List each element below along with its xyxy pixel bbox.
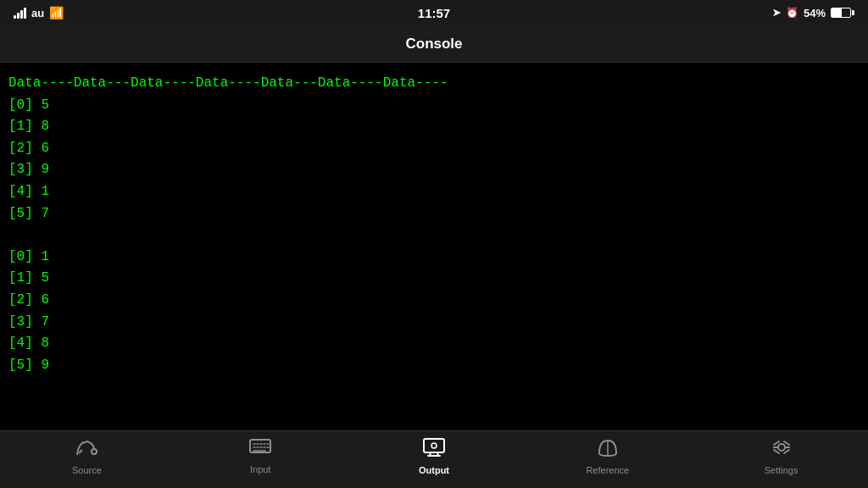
- console-line: [4] 1: [8, 181, 860, 203]
- reference-tab-label: Reference: [586, 465, 629, 475]
- svg-point-3: [431, 443, 437, 448]
- signal-bars-icon: [14, 7, 26, 19]
- console-line: [0] 5: [8, 95, 860, 117]
- console-line: [4] 8: [8, 333, 860, 355]
- output-icon: [423, 438, 445, 462]
- status-right: ➤ ⏰ 54%: [772, 7, 854, 19]
- title-bar: Console: [0, 25, 868, 63]
- console-line: [8, 225, 860, 247]
- console-line: [1] 5: [8, 268, 860, 290]
- alarm-icon: ⏰: [786, 7, 798, 19]
- tab-output[interactable]: Output: [348, 438, 521, 482]
- reference-icon: [597, 438, 619, 462]
- source-icon: [75, 438, 97, 462]
- svg-point-4: [778, 444, 785, 451]
- console-line: [0] 1: [8, 247, 860, 269]
- tab-reference[interactable]: Reference: [520, 438, 694, 482]
- source-tab-label: Source: [72, 465, 102, 475]
- console-line: [3] 7: [8, 312, 860, 334]
- wifi-icon: 📶: [49, 6, 64, 19]
- svg-point-0: [92, 449, 97, 454]
- svg-rect-2: [424, 439, 444, 452]
- tab-bar: SourceInputOutputReferenceSettings: [0, 430, 868, 488]
- output-tab-label: Output: [419, 465, 449, 475]
- settings-icon: [771, 438, 793, 462]
- location-icon: ➤: [772, 7, 781, 19]
- settings-tab-label: Settings: [765, 465, 798, 475]
- console-line: Data----Data---Data----Data----Data---Da…: [8, 73, 860, 95]
- status-bar: au 📶 11:57 ➤ ⏰ 54%: [0, 0, 868, 25]
- console-output: Data----Data---Data----Data----Data---Da…: [0, 63, 868, 430]
- battery-percent-label: 54%: [804, 7, 826, 19]
- tab-input[interactable]: Input: [174, 439, 348, 481]
- console-line: [5] 7: [8, 203, 860, 225]
- status-left: au 📶: [14, 6, 64, 19]
- battery-icon: [831, 8, 854, 18]
- console-line: [2] 6: [8, 138, 860, 160]
- input-icon: [249, 439, 271, 461]
- input-tab-label: Input: [250, 464, 270, 474]
- tab-settings[interactable]: Settings: [694, 438, 868, 482]
- carrier-label: au: [31, 7, 44, 19]
- tab-source[interactable]: Source: [0, 438, 174, 482]
- console-line: [3] 9: [8, 159, 860, 181]
- console-line: [5] 9: [8, 355, 860, 377]
- console-line: [1] 8: [8, 116, 860, 138]
- status-time: 11:57: [418, 6, 450, 20]
- console-line: [2] 6: [8, 290, 860, 312]
- page-title: Console: [405, 36, 462, 53]
